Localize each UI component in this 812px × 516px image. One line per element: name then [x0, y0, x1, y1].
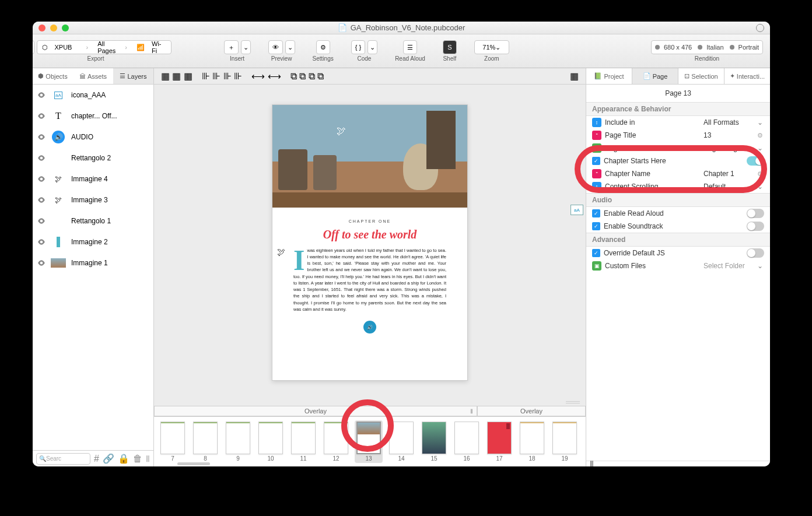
eye-icon — [37, 217, 46, 225]
toggle-chapter-starts[interactable] — [747, 156, 764, 166]
thumbnail-8[interactable]: 8 — [191, 422, 219, 462]
page-thumbnails[interactable]: 7 8 9 10 11 12 13 14 15 16 17 18 19 — [154, 416, 586, 466]
row-soundtrack[interactable]: ✓Enable Soundtrack — [586, 220, 770, 233]
preview-button[interactable]: 👁 — [268, 40, 283, 54]
hash-icon[interactable]: # — [94, 454, 99, 464]
thumbnail-17[interactable]: 17 — [485, 422, 513, 462]
thumbnail-14[interactable]: 14 — [387, 422, 415, 462]
eye-icon — [37, 91, 46, 99]
grid-toggle[interactable]: ▦ — [570, 71, 579, 82]
checkbox-icon[interactable]: ✓ — [592, 222, 600, 230]
thumbnail-18[interactable]: 18 — [518, 422, 546, 462]
thumbnail-16[interactable]: 16 — [453, 422, 481, 462]
scrollbar[interactable] — [177, 462, 210, 465]
layer-item[interactable]: Rettangolo 2 — [33, 148, 153, 169]
maximize-window-button[interactable] — [62, 24, 69, 31]
zoom-select[interactable]: 71% ⌄ — [474, 40, 509, 54]
read-aloud-button[interactable]: ☰ — [403, 40, 417, 54]
layer-item[interactable]: Rettangolo 1 — [33, 210, 153, 231]
preview-dropdown[interactable]: ⌄ — [285, 40, 295, 54]
row-include-in[interactable]: ↕Include inAll Formats⌄ — [586, 116, 770, 129]
row-override-js[interactable]: ✓Override Default JS — [586, 247, 770, 259]
thumbnail-19[interactable]: 19 — [551, 422, 579, 462]
shelf-button[interactable]: S — [443, 40, 457, 54]
row-read-aloud[interactable]: ✓Enable Read Aloud — [586, 207, 770, 220]
overlay-section-left[interactable]: Overlay⦀ — [154, 406, 477, 416]
checkbox-icon[interactable]: ✓ — [592, 157, 600, 165]
align-group-1[interactable]: ▦ ▦ ▦ — [161, 71, 192, 82]
page-preview[interactable]: 🕊 CHAPTER ONE Off to see the world 🕊 Iwa… — [272, 104, 468, 381]
document-icon: 📄 — [338, 23, 347, 32]
row-content-scrolling[interactable]: ↕Content ScrollingDefault⌄ — [586, 180, 770, 193]
export-breadcrumb[interactable]: ⬡ XPUB› All Pages› 📶 Wi-Fi — [37, 40, 172, 54]
overlay-section-right[interactable]: Overlay — [477, 406, 586, 416]
link-icon[interactable]: 🔗 — [103, 453, 114, 464]
inspector: Page 13 Appearance & Behavior ↕Include i… — [586, 85, 770, 461]
tab-assets[interactable]: 🏛 Assets — [73, 68, 113, 84]
canvas[interactable]: 🕊 CHAPTER ONE Off to see the world 🕊 Iwa… — [154, 85, 586, 400]
layer-item[interactable]: Immagine 1 — [33, 252, 153, 273]
row-page-thumbnail[interactable]: ▣Page ThumbnailPage Image⌄ — [586, 142, 770, 155]
breadcrumb-xpub[interactable]: ⬡ XPUB — [37, 44, 82, 51]
chapter-title: Off to see the world — [293, 228, 446, 241]
eye-icon — [37, 112, 46, 120]
align-group-4[interactable]: ⧉ ⧉ ⧉ ⧉ — [290, 71, 324, 82]
eye-icon — [37, 133, 46, 141]
breadcrumb-pages[interactable]: All Pages — [93, 40, 120, 54]
code-dropdown[interactable]: ⌄ — [368, 40, 377, 54]
titlebar: 📄 GA_Robinson_V6_Note.pubcoder — [33, 22, 770, 34]
lock-icon[interactable]: 🔒 — [118, 453, 130, 464]
toggle-override-js[interactable] — [747, 248, 764, 258]
layer-item[interactable]: 🕊Immagine 3 — [33, 189, 153, 210]
layer-item[interactable]: Tchapter... Off... — [33, 106, 153, 127]
tab-objects[interactable]: ⬢ Objects — [33, 68, 73, 84]
layer-item[interactable]: 🕊Immagine 4 — [33, 169, 153, 189]
thumbnail-15[interactable]: 15 — [420, 422, 448, 462]
align-group-2[interactable]: ⊪ ⊪ ⊪ ⊪ — [202, 71, 242, 82]
thumbnail-11[interactable]: 11 — [289, 422, 317, 462]
text-size-badge[interactable]: aA — [570, 205, 583, 215]
thumbnail-13[interactable]: 13 — [355, 420, 383, 463]
right-drag-handle[interactable]: ⦀ — [586, 461, 770, 466]
drag-handle-icon[interactable]: ⦀ — [146, 454, 150, 464]
tab-page[interactable]: 📄 Page — [632, 68, 678, 84]
alignment-toolbar: ▦ ▦ ▦ ⊪ ⊪ ⊪ ⊪ ⟷ ⟷ ⧉ ⧉ ⧉ ⧉ ▦ — [154, 68, 586, 85]
inspector-page-title: Page 13 — [586, 85, 770, 102]
tab-selection[interactable]: ⊡ Selection — [678, 68, 724, 84]
code-button[interactable]: { } — [351, 40, 365, 54]
checkbox-icon[interactable]: ✓ — [592, 209, 600, 217]
checkbox-icon[interactable]: ✓ — [592, 249, 600, 257]
chapter-label: CHAPTER ONE — [293, 219, 446, 223]
toggle-soundtrack[interactable] — [747, 222, 764, 231]
thumbnail-12[interactable]: 12 — [322, 422, 350, 462]
play-button[interactable] — [33, 40, 34, 54]
settings-button[interactable]: ⚙ — [316, 40, 330, 54]
audio-play-button[interactable]: 🔊 — [363, 321, 376, 334]
thumbnail-7[interactable]: 7 — [159, 422, 187, 462]
breadcrumb-wifi[interactable]: 📶 Wi-Fi — [132, 40, 171, 54]
search-input[interactable]: 🔍 Searc — [36, 453, 90, 465]
rendition-selector[interactable]: 680 x 476 Italian Portrait — [651, 40, 763, 54]
layer-item[interactable]: Immagine 2 — [33, 231, 153, 252]
align-group-3[interactable]: ⟷ ⟷ — [251, 71, 281, 82]
thumbnail-9[interactable]: 9 — [224, 422, 252, 462]
minimize-window-button[interactable] — [50, 24, 57, 31]
insert-dropdown[interactable]: ⌄ — [241, 40, 251, 54]
tab-layers[interactable]: ☰ Layers — [113, 68, 153, 84]
tab-project[interactable]: 📗 Project — [586, 68, 632, 84]
tab-interactivity[interactable]: ✦ Interacti... — [724, 68, 770, 84]
thumbnail-10[interactable]: 10 — [257, 422, 285, 462]
row-custom-files[interactable]: ▣Custom FilesSelect Folder⌄ — [586, 259, 770, 272]
layer-item[interactable]: 🔊AUDIO — [33, 127, 153, 148]
resize-handle[interactable] — [154, 400, 586, 406]
trash-icon[interactable]: 🗑 — [133, 454, 142, 464]
row-chapter-starts[interactable]: ✓Chapter Starts Here — [586, 155, 770, 167]
feedback-icon[interactable] — [756, 24, 764, 32]
row-chapter-name[interactable]: "Chapter NameChapter 1⚙ — [586, 167, 770, 180]
toggle-read-aloud[interactable] — [747, 209, 764, 218]
close-window-button[interactable] — [38, 24, 46, 31]
layer-item[interactable]: aAicona_AAA — [33, 85, 153, 106]
row-page-title[interactable]: "Page Title13⚙ — [586, 129, 770, 142]
center-panel: ▦ ▦ ▦ ⊪ ⊪ ⊪ ⊪ ⟷ ⟷ ⧉ ⧉ ⧉ ⧉ ▦ 🕊 CHAPT — [154, 68, 586, 466]
insert-button[interactable]: ＋ — [224, 40, 239, 54]
